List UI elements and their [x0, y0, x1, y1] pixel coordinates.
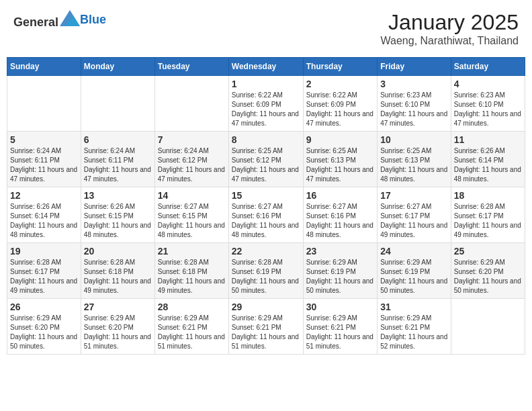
day-info: Sunrise: 6:23 AM Sunset: 6:10 PM Dayligh…: [454, 91, 522, 128]
calendar-week-row: 26Sunrise: 6:29 AM Sunset: 6:20 PM Dayli…: [7, 299, 525, 355]
day-number: 6: [84, 134, 152, 145]
day-number: 23: [306, 246, 374, 257]
table-row: [154, 76, 228, 132]
table-row: 31Sunrise: 6:29 AM Sunset: 6:21 PM Dayli…: [378, 299, 451, 355]
table-row: 25Sunrise: 6:29 AM Sunset: 6:20 PM Dayli…: [451, 243, 525, 299]
table-row: 18Sunrise: 6:28 AM Sunset: 6:17 PM Dayli…: [451, 187, 525, 243]
day-number: 28: [158, 302, 226, 312]
day-info: Sunrise: 6:27 AM Sunset: 6:16 PM Dayligh…: [306, 202, 374, 240]
day-number: 11: [454, 134, 522, 145]
table-row: 21Sunrise: 6:28 AM Sunset: 6:18 PM Dayli…: [154, 243, 228, 299]
table-row: 3Sunrise: 6:23 AM Sunset: 6:10 PM Daylig…: [378, 76, 451, 132]
day-info: Sunrise: 6:29 AM Sunset: 6:21 PM Dayligh…: [380, 314, 448, 351]
table-row: [7, 76, 81, 132]
day-info: Sunrise: 6:29 AM Sunset: 6:20 PM Dayligh…: [10, 314, 78, 351]
table-row: 24Sunrise: 6:29 AM Sunset: 6:19 PM Dayli…: [378, 243, 451, 299]
logo: General Blue: [13, 10, 106, 30]
day-number: 18: [454, 190, 522, 201]
day-info: Sunrise: 6:29 AM Sunset: 6:20 PM Dayligh…: [454, 258, 522, 295]
day-info: Sunrise: 6:29 AM Sunset: 6:19 PM Dayligh…: [306, 258, 374, 295]
table-row: 19Sunrise: 6:28 AM Sunset: 6:17 PM Dayli…: [7, 243, 81, 299]
day-info: Sunrise: 6:25 AM Sunset: 6:13 PM Dayligh…: [306, 146, 374, 184]
table-row: 29Sunrise: 6:29 AM Sunset: 6:21 PM Dayli…: [228, 299, 303, 355]
day-number: 17: [380, 190, 448, 201]
table-row: 8Sunrise: 6:25 AM Sunset: 6:12 PM Daylig…: [228, 132, 303, 187]
table-row: 26Sunrise: 6:29 AM Sunset: 6:20 PM Dayli…: [7, 299, 81, 355]
day-info: Sunrise: 6:26 AM Sunset: 6:14 PM Dayligh…: [10, 202, 78, 240]
day-info: Sunrise: 6:29 AM Sunset: 6:21 PM Dayligh…: [158, 314, 226, 351]
day-number: 27: [84, 302, 152, 312]
day-number: 15: [232, 190, 300, 201]
title-section: January 2025 Waeng, Narathiwat, Thailand: [381, 10, 519, 47]
day-info: Sunrise: 6:22 AM Sunset: 6:09 PM Dayligh…: [232, 91, 300, 128]
day-header-row: Sunday Monday Tuesday Wednesday Thursday…: [7, 58, 525, 76]
day-number: 8: [232, 134, 300, 145]
day-number: 24: [380, 246, 448, 257]
table-row: 30Sunrise: 6:29 AM Sunset: 6:21 PM Dayli…: [303, 299, 377, 355]
day-info: Sunrise: 6:25 AM Sunset: 6:12 PM Dayligh…: [232, 146, 300, 184]
day-number: 5: [10, 134, 78, 145]
day-info: Sunrise: 6:24 AM Sunset: 6:12 PM Dayligh…: [158, 146, 226, 184]
table-row: 14Sunrise: 6:27 AM Sunset: 6:15 PM Dayli…: [154, 187, 228, 243]
header-friday: Friday: [378, 58, 451, 76]
table-row: 11Sunrise: 6:26 AM Sunset: 6:14 PM Dayli…: [451, 132, 525, 187]
day-number: 25: [454, 246, 522, 257]
day-info: Sunrise: 6:27 AM Sunset: 6:16 PM Dayligh…: [232, 202, 300, 240]
location-title: Waeng, Narathiwat, Thailand: [381, 35, 519, 47]
day-info: Sunrise: 6:24 AM Sunset: 6:11 PM Dayligh…: [10, 146, 78, 184]
day-number: 16: [306, 190, 374, 201]
table-row: [451, 299, 525, 355]
table-row: 27Sunrise: 6:29 AM Sunset: 6:20 PM Dayli…: [81, 299, 154, 355]
table-row: 28Sunrise: 6:29 AM Sunset: 6:21 PM Dayli…: [154, 299, 228, 355]
day-info: Sunrise: 6:28 AM Sunset: 6:18 PM Dayligh…: [84, 258, 152, 295]
table-row: 4Sunrise: 6:23 AM Sunset: 6:10 PM Daylig…: [451, 76, 525, 132]
day-info: Sunrise: 6:28 AM Sunset: 6:19 PM Dayligh…: [232, 258, 300, 295]
day-number: 30: [306, 302, 374, 312]
day-info: Sunrise: 6:29 AM Sunset: 6:20 PM Dayligh…: [84, 314, 152, 351]
header-monday: Monday: [81, 58, 154, 76]
day-number: 21: [158, 246, 226, 257]
day-number: 4: [454, 79, 522, 89]
day-info: Sunrise: 6:29 AM Sunset: 6:21 PM Dayligh…: [306, 314, 374, 351]
day-info: Sunrise: 6:23 AM Sunset: 6:10 PM Dayligh…: [380, 91, 448, 128]
day-number: 12: [10, 190, 78, 201]
day-number: 10: [380, 134, 448, 145]
day-number: 9: [306, 134, 374, 145]
day-info: Sunrise: 6:26 AM Sunset: 6:14 PM Dayligh…: [454, 146, 522, 184]
table-row: 9Sunrise: 6:25 AM Sunset: 6:13 PM Daylig…: [303, 132, 377, 187]
day-info: Sunrise: 6:28 AM Sunset: 6:18 PM Dayligh…: [158, 258, 226, 295]
day-info: Sunrise: 6:27 AM Sunset: 6:15 PM Dayligh…: [158, 202, 226, 240]
day-number: 2: [306, 79, 374, 89]
table-row: 7Sunrise: 6:24 AM Sunset: 6:12 PM Daylig…: [154, 132, 228, 187]
table-row: 15Sunrise: 6:27 AM Sunset: 6:16 PM Dayli…: [228, 187, 303, 243]
day-info: Sunrise: 6:27 AM Sunset: 6:17 PM Dayligh…: [380, 202, 448, 240]
day-info: Sunrise: 6:24 AM Sunset: 6:11 PM Dayligh…: [84, 146, 152, 184]
table-row: 10Sunrise: 6:25 AM Sunset: 6:13 PM Dayli…: [378, 132, 451, 187]
month-title: January 2025: [381, 10, 519, 35]
day-info: Sunrise: 6:26 AM Sunset: 6:15 PM Dayligh…: [84, 202, 152, 240]
day-number: 29: [232, 302, 300, 312]
header-sunday: Sunday: [7, 58, 81, 76]
table-row: 6Sunrise: 6:24 AM Sunset: 6:11 PM Daylig…: [81, 132, 154, 187]
day-number: 14: [158, 190, 226, 201]
table-row: 2Sunrise: 6:22 AM Sunset: 6:09 PM Daylig…: [303, 76, 377, 132]
day-info: Sunrise: 6:25 AM Sunset: 6:13 PM Dayligh…: [380, 146, 448, 184]
day-number: 3: [380, 79, 448, 89]
header-saturday: Saturday: [451, 58, 525, 76]
day-info: Sunrise: 6:28 AM Sunset: 6:17 PM Dayligh…: [454, 202, 522, 240]
header-tuesday: Tuesday: [154, 58, 228, 76]
day-number: 13: [84, 190, 152, 201]
calendar-week-row: 5Sunrise: 6:24 AM Sunset: 6:11 PM Daylig…: [7, 132, 525, 187]
logo-general: General: [13, 15, 58, 29]
calendar-week-row: 19Sunrise: 6:28 AM Sunset: 6:17 PM Dayli…: [7, 243, 525, 299]
day-number: 26: [10, 302, 78, 312]
table-row: 1Sunrise: 6:22 AM Sunset: 6:09 PM Daylig…: [228, 76, 303, 132]
day-info: Sunrise: 6:29 AM Sunset: 6:19 PM Dayligh…: [380, 258, 448, 295]
table-row: [81, 76, 154, 132]
table-row: 20Sunrise: 6:28 AM Sunset: 6:18 PM Dayli…: [81, 243, 154, 299]
logo-blue: Blue: [80, 13, 106, 26]
day-info: Sunrise: 6:28 AM Sunset: 6:17 PM Dayligh…: [10, 258, 78, 295]
calendar-week-row: 1Sunrise: 6:22 AM Sunset: 6:09 PM Daylig…: [7, 76, 525, 132]
day-number: 20: [84, 246, 152, 257]
day-number: 31: [380, 302, 448, 312]
